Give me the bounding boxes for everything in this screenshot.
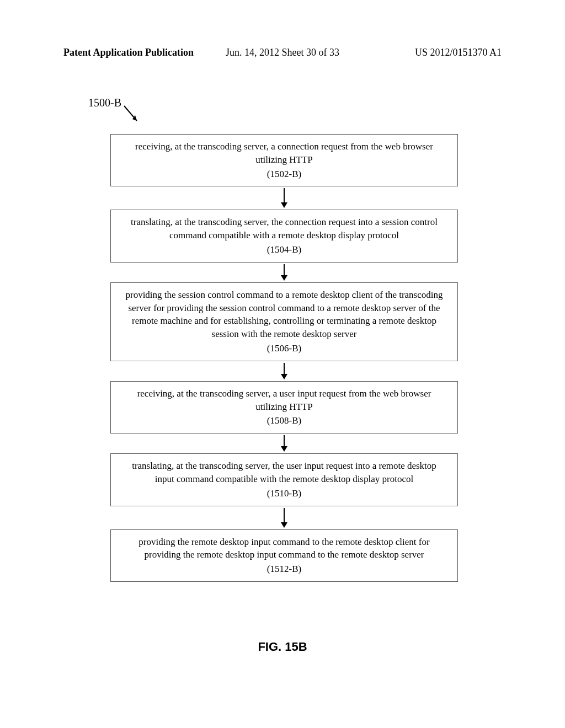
flow-step-1512b: providing the remote desktop input comma… (110, 529, 458, 582)
flow-arrow-icon (110, 435, 458, 452)
flow-arrow-icon (110, 264, 458, 281)
flow-step-ref: (1508-B) (122, 414, 446, 427)
flow-step-text: translating, at the transcoding server, … (132, 461, 436, 484)
figure-reference-label: 1500-B (88, 97, 121, 109)
flow-step-ref: (1506-B) (122, 342, 446, 355)
flow-step-text: providing the remote desktop input comma… (138, 537, 429, 560)
figure-caption: FIG. 15B (258, 640, 307, 654)
svg-marker-5 (281, 275, 287, 281)
flow-step-1508b: receiving, at the transcoding server, a … (110, 381, 458, 433)
flow-step-ref: (1502-B) (122, 168, 446, 181)
flow-step-ref: (1504-B) (122, 243, 446, 256)
flow-step-text: providing the session control command to… (125, 290, 443, 339)
flow-arrow-icon (110, 188, 458, 208)
svg-marker-3 (281, 202, 287, 208)
flow-step-ref: (1512-B) (122, 563, 446, 576)
flow-step-1506b: providing the session control command to… (110, 282, 458, 361)
page-header: Patent Application Publication Jun. 14, … (0, 47, 565, 58)
flow-step-1502b: receiving, at the transcoding server, a … (110, 134, 458, 186)
flow-step-1504b: translating, at the transcoding server, … (110, 210, 458, 262)
flow-step-1510b: translating, at the transcoding server, … (110, 453, 458, 506)
flow-step-text: receiving, at the transcoding server, a … (135, 141, 433, 165)
header-publication-number: US 2012/0151370 A1 (415, 47, 502, 58)
svg-marker-7 (281, 374, 287, 379)
flow-step-text: receiving, at the transcoding server, a … (137, 388, 431, 412)
flow-step-text: translating, at the transcoding server, … (131, 217, 438, 240)
header-date-sheet: Jun. 14, 2012 Sheet 30 of 33 (226, 47, 339, 58)
figure-pointer-arrow-icon (121, 103, 143, 130)
flowchart-diagram: receiving, at the transcoding server, a … (110, 134, 458, 582)
flow-arrow-icon (110, 508, 458, 528)
flow-step-ref: (1510-B) (122, 487, 446, 500)
flow-arrow-icon (110, 363, 458, 379)
svg-marker-11 (281, 522, 287, 528)
header-publication-type: Patent Application Publication (63, 47, 194, 58)
svg-marker-9 (281, 446, 287, 452)
